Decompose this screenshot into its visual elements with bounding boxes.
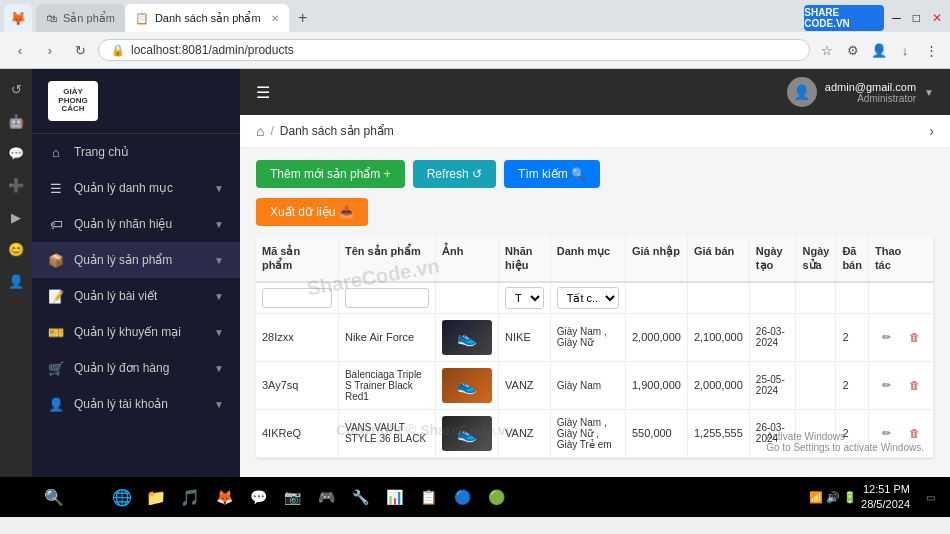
delete-button[interactable]: 🗑 — [903, 325, 927, 349]
strip-history[interactable]: ↺ — [4, 77, 28, 101]
product-code: 28Izxx — [256, 313, 338, 361]
product-image: 👟 — [436, 313, 499, 361]
edit-button[interactable]: ✏ — [875, 421, 899, 445]
close-tab-icon[interactable]: ✕ — [271, 13, 279, 24]
clock: 12:51 PM 28/5/2024 — [861, 482, 910, 513]
sidebar-item-label: Quản lý danh mục — [74, 181, 173, 195]
delete-button[interactable]: 🗑 — [903, 373, 927, 397]
strip-add[interactable]: ➕ — [4, 173, 28, 197]
file-explorer[interactable]: 📁 — [140, 481, 172, 513]
tab-danh-sach-san-pham[interactable]: 📋 Danh sách sản phẩm ✕ — [125, 4, 289, 32]
delete-button[interactable]: 🗑 — [903, 421, 927, 445]
menu-icon[interactable]: ⋮ — [920, 39, 942, 61]
app-icon-6[interactable]: 📋 — [412, 481, 444, 513]
home-icon: ⌂ — [48, 144, 64, 160]
col-header-code: Mã sảnphẩm — [256, 236, 338, 282]
sidebar-item-label: Trang chủ — [74, 145, 129, 159]
filter-brand-select[interactable]: Tất cả — [505, 287, 544, 309]
app-icon-3[interactable]: 🎮 — [310, 481, 342, 513]
col-header-price-import: Giá nhập — [625, 236, 687, 282]
task-view[interactable]: 🗂 — [72, 481, 104, 513]
sidebar-item-account[interactable]: 👤 Quản lý tài khoản ▼ — [32, 386, 240, 422]
edit-button[interactable]: ✏ — [875, 325, 899, 349]
sidebar-item-product[interactable]: 📦 Quản lý sản phẩm ▼ — [32, 242, 240, 278]
add-tab-button[interactable]: + — [289, 4, 317, 32]
sidebar-item-label: Quản lý bài viết — [74, 289, 157, 303]
bookmark-icon[interactable]: ☆ — [816, 39, 838, 61]
forward-button[interactable]: › — [38, 38, 62, 62]
url-bar[interactable]: 🔒 localhost:8081/admin/products — [98, 39, 810, 61]
chevron-down-icon: ▼ — [214, 327, 224, 338]
brand-icon: 🏷 — [48, 216, 64, 232]
reload-button[interactable]: ↻ — [68, 38, 92, 62]
product-sold: 2 — [836, 313, 869, 361]
strip-emoji[interactable]: 😊 — [4, 237, 28, 261]
export-button[interactable]: Xuất dữ liệu 📥 — [256, 198, 368, 226]
browser-taskbar[interactable]: 🌐 — [106, 481, 138, 513]
sidebar-item-brand[interactable]: 🏷 Quản lý nhãn hiệu ▼ — [32, 206, 240, 242]
account-icon: 👤 — [48, 396, 64, 412]
sidebar-item-order[interactable]: 🛒 Quản lý đơn hàng ▼ — [32, 350, 240, 386]
sidebar-item-blog[interactable]: 📝 Quản lý bài viết ▼ — [32, 278, 240, 314]
product-image: 👟 — [436, 361, 499, 409]
user-avatar: 👤 — [787, 77, 817, 107]
dropdown-arrow-icon[interactable]: ▼ — [924, 87, 934, 98]
user-profile-icon[interactable]: 👤 — [868, 39, 890, 61]
filter-category-select[interactable]: Tất c... — [557, 287, 619, 309]
tab-san-pham[interactable]: 🛍 Sản phẩm — [36, 4, 125, 32]
sidebar-item-category[interactable]: ☰ Quản lý danh mục ▼ — [32, 170, 240, 206]
filter-code-input[interactable] — [262, 288, 332, 308]
product-category: Giày Nam , Giày Nữ — [550, 313, 625, 361]
strip-ai[interactable]: 🤖 — [4, 109, 28, 133]
volume-icon: 🔊 — [826, 491, 840, 504]
product-image: 👟 — [436, 409, 499, 457]
action-bar: Thêm mới sản phẩm + Refresh ↺ Tìm kiếm 🔍 — [256, 160, 934, 188]
start-button[interactable]: ⊞ — [4, 481, 36, 513]
coc-coc-taskbar[interactable]: 🦊 — [208, 481, 240, 513]
window-maximize[interactable]: □ — [909, 11, 924, 25]
product-price-sell: 2,100,000 — [687, 313, 749, 361]
user-role: Administrator — [825, 93, 916, 104]
media-player[interactable]: 🎵 — [174, 481, 206, 513]
search-taskbar[interactable]: 🔍 — [38, 481, 70, 513]
app-icon-7[interactable]: 🔵 — [446, 481, 478, 513]
search-button[interactable]: Tìm kiếm 🔍 — [504, 160, 600, 188]
product-sold: 2 — [836, 361, 869, 409]
edit-button[interactable]: ✏ — [875, 373, 899, 397]
strip-user[interactable]: 👤 — [4, 269, 28, 293]
tab-label: Sản phẩm — [63, 12, 115, 25]
product-price-import: 550,000 — [625, 409, 687, 457]
sidebar-logo: GIÀYPHONGCÁCH — [32, 69, 240, 134]
product-date-created: 26-03-2024 — [749, 409, 796, 457]
download-icon[interactable]: ↓ — [894, 39, 916, 61]
sidebar-item-promotion[interactable]: 🎫 Quản lý khuyến mại ▼ — [32, 314, 240, 350]
taskview-icon: 🗂 — [80, 488, 96, 506]
user-menu[interactable]: 👤 admin@gmail.com Administrator ▼ — [787, 77, 934, 107]
app-icon-8[interactable]: 🟢 — [480, 481, 512, 513]
breadcrumb-collapse-icon[interactable]: › — [929, 123, 934, 139]
settings-icon[interactable]: ⚙ — [842, 39, 864, 61]
app-icon-2[interactable]: 📷 — [276, 481, 308, 513]
breadcrumb-home-icon[interactable]: ⌂ — [256, 123, 264, 139]
sidebar-item-home[interactable]: ⌂ Trang chủ — [32, 134, 240, 170]
filter-name-input[interactable] — [345, 288, 429, 308]
tab-icon: 🛍 — [46, 12, 57, 24]
app-icon-5[interactable]: 📊 — [378, 481, 410, 513]
window-close[interactable]: ✕ — [928, 11, 946, 25]
sidebar-item-label: Quản lý sản phẩm — [74, 253, 172, 267]
product-date-created: 26-03-2024 — [749, 313, 796, 361]
strip-chat[interactable]: 💬 — [4, 141, 28, 165]
add-product-button[interactable]: Thêm mới sản phẩm + — [256, 160, 405, 188]
window-minimize[interactable]: ─ — [888, 11, 905, 25]
strip-play[interactable]: ▶ — [4, 205, 28, 229]
product-code: 3Ay7sq — [256, 361, 338, 409]
product-date-modified — [796, 409, 836, 457]
promotion-icon: 🎫 — [48, 324, 64, 340]
back-button[interactable]: ‹ — [8, 38, 32, 62]
app-icon-4[interactable]: 🔧 — [344, 481, 376, 513]
app-icon-1[interactable]: 💬 — [242, 481, 274, 513]
hamburger-icon[interactable]: ☰ — [256, 83, 270, 102]
refresh-button[interactable]: Refresh ↺ — [413, 160, 496, 188]
show-desktop[interactable]: ▭ — [914, 481, 946, 513]
product-price-sell: 2,000,000 — [687, 361, 749, 409]
